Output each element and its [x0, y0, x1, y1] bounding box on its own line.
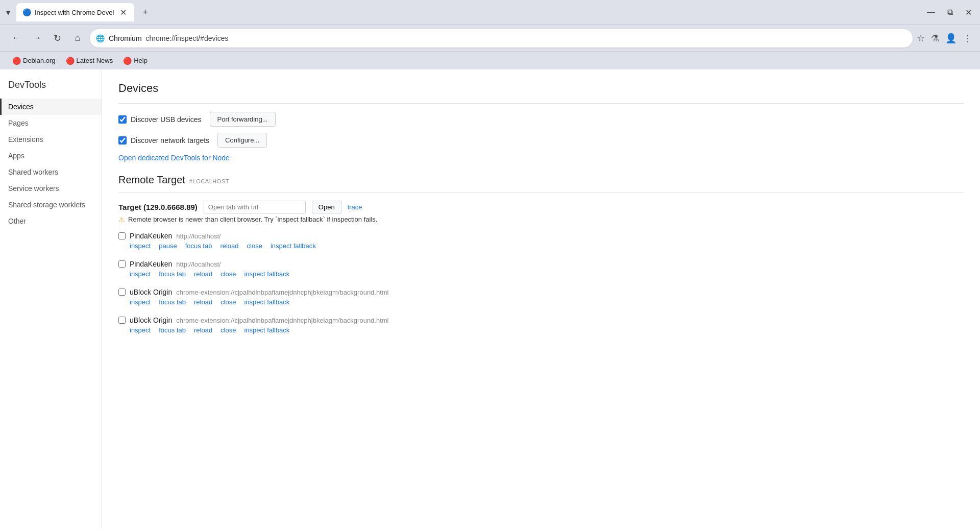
reload-button[interactable]: ↻	[49, 30, 65, 46]
target-3-inspect-fallback[interactable]: inspect fallback	[244, 326, 293, 334]
minimize-button[interactable]: —	[923, 6, 939, 19]
discover-usb-label[interactable]: Discover USB devices	[118, 115, 202, 124]
target-item-1: PindaKeuken http://localhost/ inspect fo…	[118, 260, 964, 278]
target-0-inspect[interactable]: inspect	[130, 242, 155, 250]
forward-button[interactable]: →	[29, 30, 45, 46]
target-item-2: uBlock Origin chrome-extension://cjpalhd…	[118, 288, 964, 306]
address-favicon: 🌐	[96, 34, 105, 42]
bookmark-help[interactable]: 🔴 Help	[119, 55, 152, 67]
bookmark-debian[interactable]: 🔴 Debian.org	[8, 55, 60, 67]
target-1-checkbox[interactable]	[118, 260, 126, 268]
bookmark-latestnews-label: Latest News	[77, 57, 113, 64]
target-3-reload[interactable]: reload	[194, 326, 216, 334]
sidebar-label-shared-workers: Shared workers	[8, 168, 58, 176]
configure-button[interactable]: Configure...	[217, 133, 267, 148]
target-1-inspect-fallback[interactable]: inspect fallback	[244, 270, 293, 278]
target-1-focus-tab[interactable]: focus tab	[159, 270, 190, 278]
discover-usb-checkbox[interactable]	[118, 115, 127, 124]
target-1-url: http://localhost/	[176, 260, 220, 268]
target-1-close[interactable]: close	[220, 270, 240, 278]
warning-text: Remote browser is newer than client brow…	[128, 215, 377, 223]
address-bar[interactable]: 🌐 Chromium chrome://inspect/#devices	[90, 29, 913, 47]
target-0-url: http://localhost/	[176, 232, 220, 240]
labs-button[interactable]: ⚗	[931, 33, 939, 44]
target-2-reload[interactable]: reload	[194, 298, 216, 306]
target-0-inspect-fallback[interactable]: inspect fallback	[271, 242, 320, 250]
active-tab: 🔵 Inspect with Chrome Devel ✕	[16, 3, 134, 21]
target-3-actions: inspect focus tab reload close inspect f…	[130, 326, 964, 334]
target-2-checkbox[interactable]	[118, 288, 126, 296]
bookmark-debian-label: Debian.org	[23, 57, 56, 64]
target-2-inspect[interactable]: inspect	[130, 298, 155, 306]
target-0-pause[interactable]: pause	[159, 242, 181, 250]
maximize-button[interactable]: ⧉	[943, 6, 957, 19]
bookmark-help-label: Help	[134, 57, 148, 64]
bookmark-help-icon: 🔴	[123, 57, 132, 65]
discover-network-checkbox[interactable]	[118, 136, 127, 145]
port-forwarding-button[interactable]: Port forwarding...	[210, 112, 276, 127]
target-2-focus-tab[interactable]: focus tab	[159, 298, 190, 306]
sidebar-item-other[interactable]: Other	[0, 213, 102, 229]
devices-section-title: Devices	[118, 82, 964, 95]
target-3-focus-tab[interactable]: focus tab	[159, 326, 190, 334]
target-3-checkbox[interactable]	[118, 317, 126, 324]
sidebar-item-service-workers[interactable]: Service workers	[0, 180, 102, 197]
sidebar-label-pages: Pages	[8, 119, 29, 127]
tab-favicon: 🔵	[22, 8, 31, 16]
main-panel: Devices Discover USB devices Port forwar…	[102, 69, 980, 529]
target-3-close[interactable]: close	[220, 326, 240, 334]
warning-icon: ⚠	[118, 215, 125, 224]
sidebar-title: DevTools	[0, 80, 102, 99]
target-0-focus-tab[interactable]: focus tab	[185, 242, 216, 250]
sidebar-item-extensions[interactable]: Extensions	[0, 131, 102, 148]
tab-close-button[interactable]: ✕	[118, 7, 128, 17]
sidebar-item-apps[interactable]: Apps	[0, 148, 102, 164]
address-url: chrome://inspect/#devices	[146, 34, 906, 42]
target-3-url: chrome-extension://cjpalhdlnbpafiamejdnh…	[176, 317, 388, 324]
bookmark-button[interactable]: ☆	[917, 33, 925, 44]
open-tab-button[interactable]: Open	[312, 201, 341, 213]
target-0-title: PindaKeuken	[130, 232, 172, 240]
new-tab-button[interactable]: +	[138, 5, 152, 20]
warning-row: ⚠ Remote browser is newer than client br…	[118, 215, 964, 224]
sidebar-label-extensions: Extensions	[8, 135, 43, 143]
sidebar: DevTools Devices Pages Extensions Apps S…	[0, 69, 102, 529]
tab-title: Inspect with Chrome Devel	[35, 9, 114, 16]
sidebar-item-shared-workers[interactable]: Shared workers	[0, 164, 102, 180]
sidebar-item-shared-storage[interactable]: Shared storage worklets	[0, 197, 102, 213]
discover-usb-text: Discover USB devices	[131, 115, 202, 124]
sidebar-item-devices[interactable]: Devices	[0, 99, 102, 115]
target-1-title: PindaKeuken	[130, 260, 172, 268]
remote-target-subtitle: #LOCALHOST	[189, 178, 229, 184]
tab-list-button[interactable]: ▾	[4, 6, 12, 19]
target-item-3: uBlock Origin chrome-extension://cjpalhd…	[118, 316, 964, 334]
sidebar-label-apps: Apps	[8, 152, 24, 160]
target-0-reload[interactable]: reload	[220, 242, 242, 250]
target-0-checkbox[interactable]	[118, 232, 126, 239]
node-devtools-link[interactable]: Open dedicated DevTools for Node	[118, 154, 964, 162]
target-0-close[interactable]: close	[247, 242, 266, 250]
target-2-close[interactable]: close	[220, 298, 240, 306]
close-button[interactable]: ✕	[961, 6, 976, 19]
target-0-actions: inspect pause focus tab reload close ins…	[130, 242, 964, 250]
menu-button[interactable]: ⋮	[963, 33, 972, 44]
target-1-reload[interactable]: reload	[194, 270, 216, 278]
devices-divider	[118, 103, 964, 104]
open-tab-url-input[interactable]	[204, 201, 306, 213]
sidebar-label-service-workers: Service workers	[8, 184, 59, 193]
trace-link[interactable]: trace	[348, 203, 362, 211]
discover-network-label[interactable]: Discover network targets	[118, 136, 209, 145]
sidebar-item-pages[interactable]: Pages	[0, 115, 102, 131]
target-1-actions: inspect focus tab reload close inspect f…	[130, 270, 964, 278]
target-1-inspect[interactable]: inspect	[130, 270, 155, 278]
target-3-inspect[interactable]: inspect	[130, 326, 155, 334]
target-name: Target (129.0.6668.89)	[118, 203, 198, 211]
bookmark-debian-icon: 🔴	[12, 57, 21, 65]
target-2-inspect-fallback[interactable]: inspect fallback	[244, 298, 293, 306]
back-button[interactable]: ←	[8, 30, 24, 46]
remote-divider	[118, 192, 964, 193]
target-2-actions: inspect focus tab reload close inspect f…	[130, 298, 964, 306]
home-button[interactable]: ⌂	[69, 30, 86, 46]
bookmark-latestnews[interactable]: 🔴 Latest News	[62, 55, 117, 67]
profile-button[interactable]: 👤	[945, 33, 957, 44]
